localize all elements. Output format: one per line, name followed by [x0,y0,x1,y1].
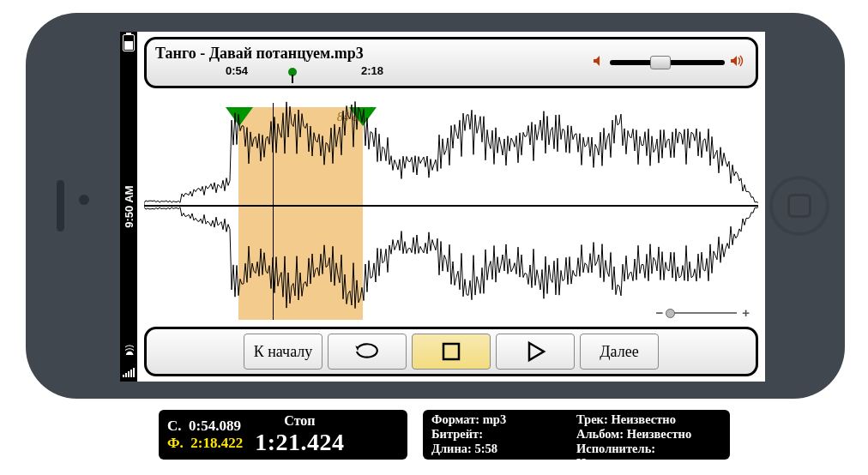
length-label: Длина: [431,442,472,455]
selection-end-label: 2:18 [361,64,383,77]
artist-label: Исполнитель: [576,442,655,455]
battery-icon [123,34,135,51]
track-label: Трек: [576,412,608,426]
status-bar: 9:50 AM ◗)) [120,32,137,382]
vibrate-icon: ◗)) [124,345,135,356]
f-time: 2:18.422 [190,435,243,451]
info-bars: С. 0:54.089 Ф. 2:18.422 Стоп 1:21.424 Фо… [159,410,730,460]
f-prefix: Ф. [167,435,184,451]
signal-icon [123,368,135,377]
waveform-svg [144,90,758,320]
c-time: 0:54.089 [189,418,241,434]
phone-speaker [57,180,64,231]
stop-icon [437,339,466,364]
loop-button[interactable] [328,334,407,370]
play-button[interactable] [496,334,575,370]
elapsed-time: 1:21.424 [255,429,344,456]
volume-knob[interactable] [650,56,671,69]
controls-panel: К началу Далее [144,327,758,376]
zoom-slider[interactable] [668,312,737,314]
album-value: Неизвестно [627,427,692,441]
zoom-out-icon[interactable]: − [655,305,663,320]
zoom-control[interactable]: − + [655,305,750,320]
zoom-in-icon[interactable]: + [742,305,750,320]
file-title: Танго - Давай потанцуем.mp3 [155,45,584,63]
loop-icon [353,339,382,364]
state-label: Стоп [255,413,344,429]
track-value: Неизвестно [611,412,676,426]
playhead-stem [292,75,293,83]
time-info-panel: С. 0:54.089 Ф. 2:18.422 Стоп 1:21.424 [159,410,407,460]
svg-rect-0 [443,344,459,359]
screen: 9:50 AM ◗)) Танго - Давай потанцуем.mp3 … [120,32,765,382]
phone-sensor [79,195,89,205]
clock-label: 9:50 AM [123,185,136,227]
volume-control[interactable] [593,55,756,70]
phone-frame: 9:50 AM ◗)) Танго - Давай потанцуем.mp3 … [26,13,845,399]
waveform-area[interactable]: 84 с. [144,90,758,320]
volume-low-icon [593,55,605,70]
to-start-button[interactable]: К началу [244,334,322,370]
app-area: Танго - Давай потанцуем.mp3 0:54 2:18 [137,32,765,382]
next-button[interactable]: Далее [580,334,659,370]
meta-info-panel: Формат: mp3 Битрейт: Длина: 5:58 Трек: Н… [423,410,730,460]
volume-high-icon [730,55,744,70]
stop-button[interactable] [412,334,491,370]
home-button[interactable] [769,176,829,236]
bitrate-label: Битрейт: [431,427,483,441]
format-value: mp3 [483,412,506,426]
selection-start-label: 0:54 [226,64,248,77]
format-label: Формат: [431,412,479,426]
header-panel: Танго - Давай потанцуем.mp3 0:54 2:18 [144,37,758,88]
album-label: Альбом: [576,427,624,441]
volume-slider[interactable] [610,55,725,70]
play-icon [521,339,550,364]
artist-value: Неизвестно [576,456,642,470]
c-prefix: С. [167,418,182,434]
playhead-line[interactable] [273,103,274,320]
length-value: 5:58 [475,442,498,455]
zoom-knob[interactable] [666,309,675,318]
